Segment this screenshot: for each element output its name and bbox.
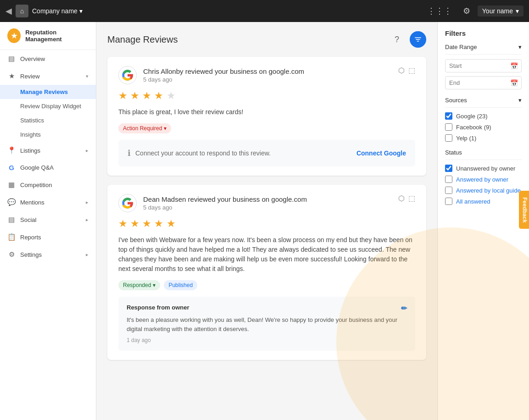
author-area-1: Chris Allonby reviewed your business on …: [118, 66, 304, 84]
author-text-1: Chris Allonby reviewed your business on …: [143, 67, 304, 75]
sidebar-item-settings[interactable]: ⚙ Settings ▸: [0, 246, 96, 263]
published-badge[interactable]: Published: [164, 280, 197, 290]
date-range-section: Date Range ▾ 📅 📅: [445, 44, 522, 89]
edit-icon[interactable]: ✏: [401, 304, 407, 313]
badge-label-1: Action Required: [123, 125, 162, 132]
star-rating-2: ★ ★ ★ ★ ★: [118, 218, 415, 230]
filter-source-yelp: Yelp (1): [445, 134, 522, 142]
response-owner-label: Response from owner: [127, 304, 189, 313]
main-area: Manage Reviews ?: [96, 22, 529, 420]
content-area: Manage Reviews ?: [96, 22, 437, 420]
sidebar-item-label: Reports: [20, 234, 41, 241]
responded-label: Responded: [123, 282, 151, 288]
gear-icon[interactable]: ⚙: [463, 6, 470, 16]
sidebar-item-social[interactable]: ▤ Social ▸: [0, 211, 96, 228]
all-answered-label: All answered: [456, 198, 490, 205]
connect-google-button[interactable]: Connect Google: [356, 149, 406, 157]
statistics-label: Statistics: [20, 117, 44, 124]
date-range-label: Date Range: [445, 44, 477, 50]
response-header: Response from owner ✏: [127, 304, 407, 313]
company-drop-icon: ▾: [79, 7, 83, 15]
google-label: Google (23): [456, 113, 488, 120]
filter-source-facebook: Facebook (9): [445, 123, 522, 131]
answered-guide-checkbox[interactable]: [445, 187, 452, 194]
share-icon-1[interactable]: ⬡: [398, 66, 405, 75]
review-actions-1: ⬡ ⬚: [398, 66, 415, 75]
responded-badge[interactable]: Responded ▾: [118, 280, 160, 290]
page-title: Manage Reviews: [107, 34, 178, 45]
sidebar-item-google-qa[interactable]: G Google Q&A: [0, 159, 96, 176]
sidebar-item-label: Social: [20, 216, 36, 223]
sidebar-item-overview[interactable]: ▤ Overview: [0, 50, 96, 67]
competition-icon: ▦: [7, 181, 16, 189]
user-name-label: Your name: [482, 7, 513, 15]
filter-status-unanswered: Unanswered by owner: [445, 165, 522, 172]
company-selector[interactable]: Company name ▾: [32, 7, 83, 15]
connect-box-text: Connect your account to respond to this …: [135, 149, 271, 157]
sidebar-item-statistics[interactable]: Statistics: [0, 113, 96, 127]
author-info-1: Chris Allonby reviewed your business on …: [143, 67, 304, 83]
brand-label: Reputation Management: [25, 29, 89, 43]
external-link-icon-2[interactable]: ⬚: [408, 194, 415, 203]
author-info-2: Dean Madsen reviewed your business on go…: [143, 195, 307, 211]
unanswered-checkbox[interactable]: [445, 165, 452, 172]
sidebar-item-mentions[interactable]: 💬 Mentions ▸: [0, 193, 96, 211]
date-range-header[interactable]: Date Range ▾: [445, 44, 522, 55]
action-required-badge[interactable]: Action Required ▾: [118, 123, 171, 133]
review-display-widget-label: Review Display Widget: [20, 103, 81, 110]
calendar-icon: 📅: [510, 79, 518, 87]
author-time-1: 5 days ago: [143, 76, 304, 83]
sidebar-item-listings[interactable]: 📍 Listings ▸: [0, 142, 96, 159]
filter-status-all-answered: All answered: [445, 198, 522, 205]
google-g-icon-2: [121, 197, 134, 210]
home-button[interactable]: ⌂: [16, 5, 28, 17]
google-checkbox[interactable]: [445, 112, 452, 120]
chevron-right-icon: ▸: [86, 148, 89, 154]
all-answered-checkbox[interactable]: [445, 198, 452, 205]
chevron-right-icon: ▸: [86, 217, 89, 223]
sources-section: Sources ▾ Google (23) Facebook (9) Yelp …: [445, 97, 522, 142]
yelp-checkbox[interactable]: [445, 134, 452, 142]
google-qa-icon: G: [7, 164, 16, 171]
facebook-checkbox[interactable]: [445, 123, 452, 131]
sidebar-item-insights[interactable]: Insights: [0, 127, 96, 142]
external-link-icon-1[interactable]: ⬚: [408, 66, 415, 75]
google-logo-2: [118, 194, 137, 212]
google-logo-1: [118, 66, 137, 84]
sidebar-item-label: Review: [20, 73, 40, 80]
calendar-icon: 📅: [510, 62, 518, 70]
feedback-tab[interactable]: Feedback: [518, 191, 529, 229]
chevron-down-icon: ▾: [518, 44, 522, 50]
filter-status-answered-guide: Answered by local guide: [445, 187, 522, 194]
social-icon: ▤: [7, 216, 16, 224]
chevron-right-icon: ▸: [86, 199, 89, 205]
sources-header[interactable]: Sources ▾: [445, 97, 522, 108]
filter-status-answered-owner: Answered by owner: [445, 176, 522, 183]
back-button[interactable]: ◀: [6, 6, 12, 16]
chevron-down-icon: ▾: [518, 97, 522, 104]
sidebar-item-review-display-widget[interactable]: Review Display Widget: [0, 99, 96, 113]
date-start-row: 📅: [445, 59, 522, 72]
user-menu[interactable]: Your name ▾: [478, 6, 523, 17]
response-content: It's been a pleasure working with you as…: [127, 316, 397, 332]
sidebar-item-manage-reviews[interactable]: Manage Reviews: [0, 85, 96, 99]
status-label: Status: [445, 149, 462, 156]
grid-icon[interactable]: ⋮⋮⋮: [427, 6, 452, 16]
brand-star-icon: ★: [7, 28, 21, 43]
sidebar-item-reports[interactable]: 📋 Reports: [0, 228, 96, 246]
share-icon-2[interactable]: ⬡: [398, 194, 405, 203]
filter-button[interactable]: [410, 31, 426, 48]
review-card-1: Chris Allonby reviewed your business on …: [107, 57, 426, 176]
sidebar-item-review[interactable]: ★ Review ▾: [0, 67, 96, 85]
sidebar-item-competition[interactable]: ▦ Competition: [0, 176, 96, 193]
status-header: Status: [445, 149, 522, 160]
sources-label: Sources: [445, 97, 467, 104]
connect-box-info: ℹ Connect your account to respond to thi…: [128, 148, 271, 158]
author-text-2: Dean Madsen reviewed your business on go…: [143, 195, 307, 203]
page-header: Manage Reviews ?: [107, 31, 426, 48]
help-button[interactable]: ?: [389, 31, 405, 48]
answered-owner-checkbox[interactable]: [445, 176, 452, 183]
review-card-2: Dean Madsen reviewed your business on go…: [107, 185, 426, 360]
google-g-icon-1: [121, 69, 134, 82]
connect-box: ℹ Connect your account to respond to thi…: [118, 140, 415, 166]
